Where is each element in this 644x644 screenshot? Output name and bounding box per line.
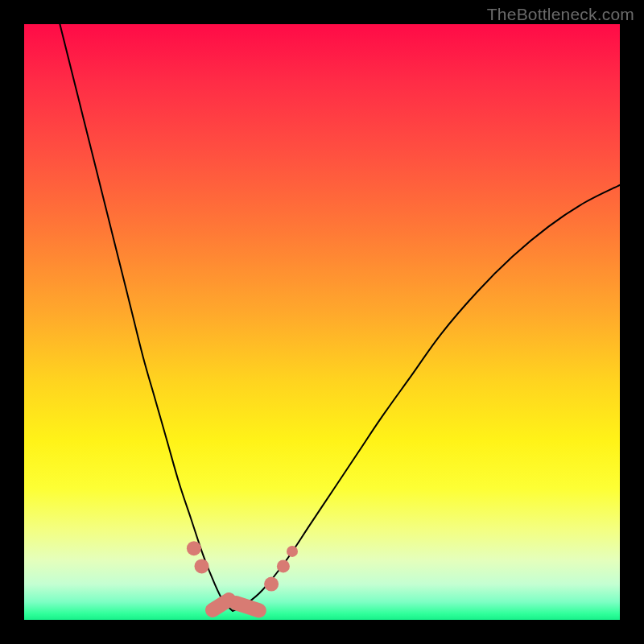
- marker-dot: [264, 577, 279, 592]
- marker-dot: [287, 546, 298, 557]
- marker-dot: [277, 559, 290, 572]
- chart-overlay: [24, 24, 620, 620]
- plot-area: [24, 24, 620, 620]
- curve-left: [60, 24, 233, 611]
- marker-dot: [187, 541, 201, 555]
- watermark-text: TheBottleneck.com: [487, 5, 634, 24]
- curve-markers: [187, 541, 298, 620]
- marker-pill: [227, 594, 268, 620]
- chart-frame: TheBottleneck.com: [0, 0, 644, 644]
- marker-dot: [195, 559, 209, 573]
